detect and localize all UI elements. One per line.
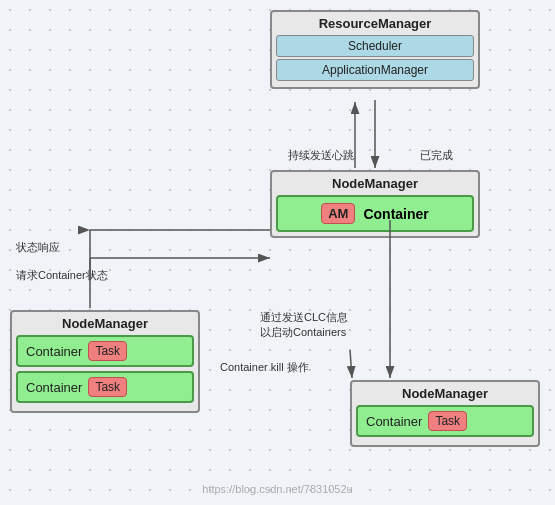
node-manager-2-box: NodeManager Container Task Container Tas… [10,310,200,413]
request-status-label: 请求Container状态 [16,268,108,283]
resource-manager-title: ResourceManager [276,16,474,31]
container-label-2: Container [26,380,82,395]
node-manager-3-title: NodeManager [356,386,534,401]
am-pill: AM [321,203,355,224]
status-response-label: 状态响应 [16,240,60,255]
container-task-3: Container Task [356,405,534,437]
node-manager-2-title: NodeManager [16,316,194,331]
am-container-label: Container [363,206,428,222]
completed-label: 已完成 [420,148,453,163]
container-task-1: Container Task [16,335,194,367]
task-pill-1: Task [88,341,127,361]
container-label-3: Container [366,414,422,429]
start-containers-label: 通过发送CLC信息以启动Containers [260,310,348,340]
node-manager-3-box: NodeManager Container Task [350,380,540,447]
container-task-2: Container Task [16,371,194,403]
heartbeat-label: 持续发送心跳 [288,148,354,163]
task-pill-3: Task [428,411,467,431]
node-manager-1-title: NodeManager [276,176,474,191]
app-manager-box: ApplicationManager [276,59,474,81]
svg-line-9 [350,350,352,378]
scheduler-box: Scheduler [276,35,474,57]
task-pill-2: Task [88,377,127,397]
resource-manager-box: ResourceManager Scheduler ApplicationMan… [270,10,480,89]
am-container-box: AM Container [276,195,474,232]
node-manager-1-box: NodeManager AM Container [270,170,480,238]
watermark: https://blog.csdn.net/7831052u [202,483,352,495]
container-label-1: Container [26,344,82,359]
container-kill-label: Container kill 操作 [220,360,309,375]
